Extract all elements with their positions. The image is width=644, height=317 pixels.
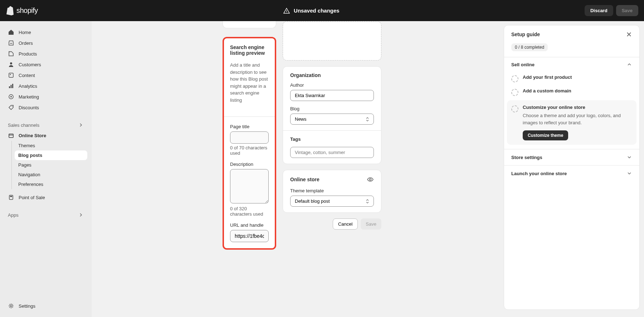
content-icon [8,72,14,78]
template-label: Theme template [290,188,374,193]
apps-label: Apps [8,212,19,218]
setup-step-title: Add your first product [523,75,572,80]
subnav-label: Pages [18,162,31,168]
svg-point-9 [10,305,12,307]
chevron-right-icon [78,122,84,128]
author-input[interactable] [290,90,374,101]
topbar: shopify Unsaved changes Discard Save [0,0,644,21]
save-button-bottom: Save [361,218,381,230]
page-title-input[interactable] [230,131,269,144]
setup-step-title: Add a custom domain [523,88,571,93]
nav-label: Online Store [19,133,46,138]
blog-select[interactable]: News [290,114,374,125]
subnav-pages[interactable]: Pages [15,160,87,170]
template-select[interactable]: Default blog post [290,196,374,207]
svg-point-4 [10,96,12,97]
nav-label: Analytics [19,83,37,89]
subnav-blog-posts[interactable]: Blog posts [15,150,87,160]
discard-button[interactable]: Discard [585,5,613,16]
svg-rect-8 [10,196,12,197]
products-icon [8,51,14,57]
sell-online-label: Sell online [511,62,535,67]
logo-text: shopify [16,6,38,15]
store-icon [8,132,14,139]
customers-icon [8,61,14,68]
chevron-down-icon [626,170,632,176]
nav-label: Point of Sale [19,195,45,200]
nav-label: Discounts [19,105,39,110]
svg-rect-7 [9,195,13,200]
svg-rect-6 [9,134,13,138]
apps-header[interactable]: Apps [4,208,87,220]
subnav-navigation[interactable]: Navigation [15,170,87,179]
chevron-down-icon [626,154,632,160]
nav-analytics[interactable]: Analytics [4,81,87,91]
setup-step-customize-store[interactable]: Customize your online store Choose a the… [507,100,636,145]
cancel-button[interactable]: Cancel [333,218,358,230]
pos-icon [8,194,14,201]
nav-label: Content [19,73,35,78]
nav-label: Home [19,30,31,35]
nav-marketing[interactable]: Marketing [4,91,87,102]
sales-channels-label: Sales channels [8,123,39,128]
step-circle-icon [511,105,518,112]
setup-step-desc: Choose a theme and add your logo, colors… [523,112,632,126]
launch-label: Launch your online store [511,171,567,176]
unsaved-changes-label: Unsaved changes [294,8,340,14]
tags-label: Tags [290,136,374,142]
nav-label: Settings [19,303,35,309]
customize-theme-button[interactable]: Customize theme [523,130,568,140]
organization-title: Organization [290,72,374,78]
step-circle-icon [511,89,518,96]
topbar-actions: Discard Save [585,5,638,16]
description-textarea[interactable] [230,169,269,203]
nav-customers[interactable]: Customers [4,59,87,70]
subnav-themes[interactable]: Themes [15,141,87,150]
svg-point-5 [12,106,13,107]
launch-store-section[interactable]: Launch your online store [504,165,639,181]
nav-orders[interactable]: Orders [4,38,87,48]
sell-online-section[interactable]: Sell online [504,57,639,72]
subnav-label: Navigation [18,172,40,177]
nav-discounts[interactable]: Discounts [4,102,87,113]
logo[interactable]: shopify [6,6,38,16]
nav-content[interactable]: Content [4,70,87,81]
nav-label: Products [19,51,37,57]
featured-image-placeholder[interactable] [283,21,381,61]
store-settings-section[interactable]: Store settings [504,149,639,165]
svg-point-0 [10,62,12,64]
chevron-up-icon [626,62,632,67]
eye-icon[interactable] [367,176,374,183]
url-input[interactable] [230,230,269,242]
nav-home[interactable]: Home [4,27,87,38]
organization-card: Organization Author Blog News Tags [283,66,381,164]
subnav-label: Preferences [18,182,43,187]
card-above-placeholder [223,21,276,28]
nav-settings[interactable]: Settings [4,301,87,311]
sales-channels-header[interactable]: Sales channels [4,119,87,130]
svg-point-10 [370,179,371,181]
save-button-top: Save [616,5,638,16]
setup-progress-badge: 0 / 8 completed [511,43,548,51]
home-icon [8,29,14,35]
tags-input[interactable] [290,147,374,158]
svg-rect-1 [9,73,13,77]
nav-online-store[interactable]: Online Store [4,130,87,141]
description-helper: 0 of 320 characters used [230,206,269,217]
nav-products[interactable]: Products [4,48,87,59]
setup-step-add-product[interactable]: Add your first product [504,72,639,85]
discounts-icon [8,104,14,111]
close-icon[interactable] [626,31,632,38]
nav-point-of-sale[interactable]: Point of Sale [4,192,87,203]
online-store-card: Online store Theme template Default blog… [283,170,381,213]
page-title-helper: 0 of 70 characters used [230,145,269,156]
sidebar: Home Orders Products Customers Content A… [0,21,92,317]
footer-actions: Cancel Save [283,218,381,230]
subnav-preferences[interactable]: Preferences [15,179,87,189]
seo-card: Search engine listing preview Add a titl… [223,37,276,250]
subnav-label: Themes [18,143,35,148]
chevron-right-icon [78,212,84,218]
warning-icon [283,7,290,14]
analytics-icon [8,83,14,89]
setup-step-add-domain[interactable]: Add a custom domain [504,85,639,99]
